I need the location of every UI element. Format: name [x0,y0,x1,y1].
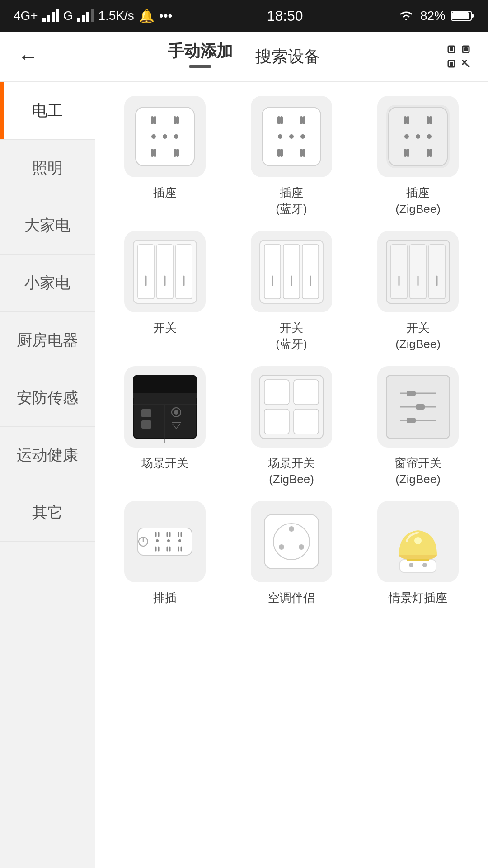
svg-rect-14 [450,47,453,51]
scan-button[interactable] [447,45,470,68]
battery-percent: 82% [420,9,446,23]
svg-rect-125 [400,560,436,572]
svg-rect-82 [141,409,151,417]
svg-rect-1 [47,15,50,22]
svg-point-57 [427,134,432,139]
device-ac-companion-icon [251,501,332,582]
tab-search-device[interactable]: 搜索设备 [255,46,320,72]
svg-rect-93 [294,380,319,405]
device-switch-zigbee-label: 开关(ZigBee) [395,320,441,353]
svg-point-31 [174,134,178,139]
device-outlet-bt-label: 插座(蓝牙) [276,184,307,217]
svg-point-124 [299,544,304,550]
sidebar-item-lighting[interactable]: 照明 [0,140,95,197]
device-outlet-bt[interactable]: 插座(蓝牙) [230,96,352,217]
svg-rect-128 [407,559,429,561]
device-curtain-switch[interactable]: 窗帘开关(ZigBee) [357,366,479,488]
svg-rect-9 [471,14,474,18]
svg-rect-2 [52,12,55,22]
device-outlet-icon [124,96,206,177]
svg-point-112 [167,539,170,542]
svg-rect-0 [42,18,46,22]
device-outlet[interactable]: 插座 [104,96,226,217]
svg-rect-60 [157,245,173,299]
status-time: 18:50 [267,8,303,24]
svg-rect-75 [429,245,445,299]
device-switch-bt[interactable]: 开关(蓝牙) [230,231,352,353]
sidebar-item-other[interactable]: 其它 [0,484,95,542]
svg-point-122 [289,526,294,532]
sidebar-item-kitchen[interactable]: 厨房电器 [0,312,95,369]
device-curtain-switch-label: 窗帘开关(ZigBee) [394,455,441,488]
svg-point-42 [278,134,282,139]
svg-rect-95 [294,409,319,434]
sidebar-item-security[interactable]: 安防传感 [0,369,95,427]
device-switch-zigbee[interactable]: 开关(ZigBee) [357,231,479,353]
device-outlet-zigbee[interactable]: 插座(ZigBee) [357,96,479,217]
battery-icon [451,9,474,22]
svg-rect-74 [410,245,426,299]
main-content: 电工 照明 大家电 小家电 厨房电器 安防传感 运动健康 其它 [0,82,488,868]
svg-point-56 [416,134,420,139]
device-grid: 插座 [95,82,488,868]
sidebar-item-electric[interactable]: 电工 [0,82,95,140]
speed-text: 1.5K/s [98,9,134,23]
signal-bars [42,9,59,22]
device-outlet-zigbee-label: 插座(ZigBee) [395,184,441,217]
status-bar: 4G+ G 1.5K/s 🔔 ••• 18:50 82% [0,0,488,32]
device-switch-icon [124,231,206,312]
nav-bar: ← 手动添加 搜索设备 [0,32,488,81]
device-scene-switch-zigbee[interactable]: 场景开关(ZigBee) [230,366,352,488]
svg-rect-67 [283,245,300,299]
notification-icon: 🔔 [139,9,155,24]
device-outlet-bt-icon [251,96,332,177]
svg-rect-7 [91,9,94,22]
svg-rect-4 [77,18,80,22]
signal-text: 4G+ [14,9,38,23]
svg-rect-61 [176,245,192,299]
device-switch-bt-icon [251,231,332,312]
svg-rect-66 [264,245,281,299]
device-curtain-switch-icon [377,366,459,448]
more-dots: ••• [159,9,172,23]
device-scene-switch[interactable]: 场景开关 [104,366,226,488]
svg-point-127 [414,537,422,544]
device-power-strip-label: 排插 [153,590,177,606]
svg-rect-92 [264,380,289,405]
device-switch[interactable]: 开关 [104,231,226,353]
svg-point-55 [404,134,409,139]
back-button[interactable]: ← [18,45,38,68]
svg-rect-5 [82,15,85,22]
svg-point-113 [178,539,181,542]
svg-rect-101 [416,404,425,410]
sidebar-item-fitness[interactable]: 运动健康 [0,427,95,484]
tab-manual-add[interactable]: 手动添加 [168,40,233,72]
device-scene-switch-icon [124,366,206,448]
device-switch-label: 开关 [153,320,177,336]
device-ac-companion[interactable]: 空调伴侣 [230,501,352,606]
device-scene-lamp-icon [377,501,459,582]
svg-point-29 [151,134,156,139]
svg-rect-83 [141,420,151,429]
device-scene-switch-zigbee-icon [251,366,332,448]
svg-rect-59 [138,245,154,299]
svg-rect-73 [391,245,407,299]
device-power-strip-icon [124,501,206,582]
svg-rect-103 [138,528,192,555]
svg-point-123 [279,544,284,550]
device-ac-companion-label: 空调伴侣 [268,590,315,606]
device-outlet-label: 插座 [153,184,177,201]
device-scene-switch-label: 场景开关 [141,455,188,471]
wifi-icon [398,9,415,22]
device-outlet-zigbee-icon [377,96,459,177]
device-scene-switch-zigbee-label: 场景开关(ZigBee) [268,455,315,488]
sidebar-item-large-appliance[interactable]: 大家电 [0,197,95,255]
svg-rect-3 [56,9,59,22]
signal-bars2 [77,9,94,22]
svg-rect-100 [407,391,416,396]
nav-tabs: 手动添加 搜索设备 [168,40,320,72]
device-power-strip[interactable]: 排插 [104,501,226,606]
device-scene-lamp[interactable]: 情景灯插座 [357,501,479,606]
svg-point-129 [409,563,413,567]
sidebar-item-small-appliance[interactable]: 小家电 [0,255,95,312]
